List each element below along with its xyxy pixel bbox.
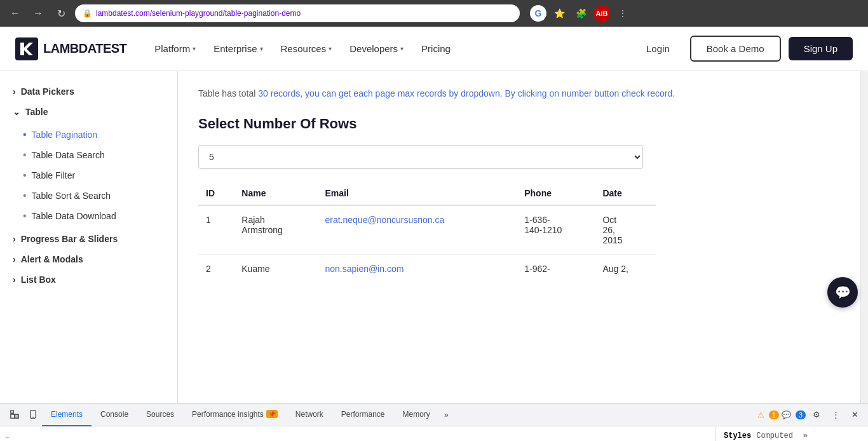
table-row: 1 RajahArmstrong erat.neque@noncursusnon… xyxy=(198,205,656,255)
styles-panel-header: Styles Computed » xyxy=(724,431,860,440)
cell-email: non.sapien@in.com xyxy=(317,255,517,283)
record-count-highlight: 30 records, you can get each page max re… xyxy=(258,88,675,98)
nav-pricing[interactable]: Pricing xyxy=(414,38,458,59)
sidebar-section-alerts[interactable]: › Alert & Modals xyxy=(0,249,177,269)
sidebar: › Data Pickers ⌄ Table Table Pagination … xyxy=(0,71,178,403)
table-row: 2 Kuame non.sapien@in.com 1-962- Aug 2, xyxy=(198,255,656,283)
lock-icon: 🔒 xyxy=(83,9,92,18)
devtools-content: … ▶ <div class= "form-group" > <select c… xyxy=(0,426,868,441)
chevron-right-icon: › xyxy=(13,86,16,97)
cell-date: Oct26,2015 xyxy=(595,205,656,255)
pin-badge: 📌 xyxy=(266,410,278,418)
col-header-date: Date xyxy=(595,182,656,205)
info-count: 3 xyxy=(796,410,806,419)
devtools-tab-icons: ⚠ 1 💬 3 ⚙ ⋮ ✕ xyxy=(757,407,863,423)
devtools-tab-network[interactable]: Network xyxy=(287,404,332,426)
nav-platform[interactable]: Platform ▾ xyxy=(147,38,203,59)
sidebar-section-table[interactable]: ⌄ Table xyxy=(0,102,177,122)
devtools-settings-button[interactable]: ⚙ xyxy=(808,407,825,423)
book-demo-button[interactable]: Book a Demo xyxy=(690,36,781,62)
nav-enterprise[interactable]: Enterprise ▾ xyxy=(206,38,270,59)
nav-resources[interactable]: Resources ▾ xyxy=(273,38,340,59)
devtools-icon-mobile[interactable] xyxy=(24,404,42,426)
col-header-phone: Phone xyxy=(517,182,595,205)
cell-phone: 1-636-140-1210 xyxy=(517,205,595,255)
devtools-more-tabs[interactable]: » xyxy=(439,410,454,419)
main-content: Table has total 30 records, you can get … xyxy=(178,71,860,403)
browser-menu-button[interactable]: ⋮ xyxy=(614,4,632,22)
main-layout: › Data Pickers ⌄ Table Table Pagination … xyxy=(0,71,868,403)
chat-icon: 💬 xyxy=(835,285,851,300)
svg-point-3 xyxy=(32,416,33,417)
main-nav: Platform ▾ Enterprise ▾ Resources ▾ Deve… xyxy=(147,38,613,59)
logo-icon xyxy=(15,37,38,60)
devtools-tab-performance[interactable]: Performance xyxy=(332,404,394,426)
code-dots: … xyxy=(5,431,13,440)
warning-count: 1 xyxy=(769,410,779,419)
logo-text: LAMBDATEST xyxy=(43,41,126,56)
sidebar-section-label: Data Pickers xyxy=(21,86,74,97)
chevron-down-icon: ⌄ xyxy=(13,107,20,117)
section-title: Select Number Of Rows xyxy=(198,116,840,132)
sidebar-section-progress[interactable]: › Progress Bar & Sliders xyxy=(0,229,177,249)
cell-date: Aug 2, xyxy=(595,255,656,283)
cell-id: 1 xyxy=(198,205,234,255)
devtools-tab-sources[interactable]: Sources xyxy=(137,404,183,426)
scrollbar-track[interactable] xyxy=(860,71,868,403)
sidebar-item-table-filter[interactable]: Table Filter xyxy=(0,165,177,186)
devtools-tab-console[interactable]: Console xyxy=(92,404,137,426)
sidebar-item-table-sort-search[interactable]: Table Sort & Search xyxy=(0,186,177,206)
devtools-icon-inspect[interactable] xyxy=(5,404,24,426)
devtools-tab-memory[interactable]: Memory xyxy=(394,404,439,426)
cell-name: Kuame xyxy=(234,255,317,283)
sidebar-section-data-pickers[interactable]: › Data Pickers xyxy=(0,81,177,102)
back-button[interactable]: ← xyxy=(6,4,24,22)
chevron-down-icon: ▾ xyxy=(260,45,263,52)
cell-name: RajahArmstrong xyxy=(234,205,317,255)
styles-more[interactable]: » xyxy=(798,431,813,440)
bookmark-button[interactable]: ⭐ xyxy=(550,4,568,22)
devtools-overflow-button[interactable]: ⋮ xyxy=(827,407,844,423)
logo[interactable]: LAMBDATEST xyxy=(15,37,126,60)
sidebar-item-table-data-download[interactable]: Table Data Download xyxy=(0,206,177,226)
rows-per-page-select[interactable]: 5 10 15 20 25 30 xyxy=(198,145,643,169)
chevron-right-icon: › xyxy=(13,234,16,244)
styles-tab-label[interactable]: Styles xyxy=(724,431,751,440)
col-header-name: Name xyxy=(234,182,317,205)
computed-tab-label[interactable]: Computed xyxy=(756,431,793,440)
devtools-panel: Elements Console Sources Performance ins… xyxy=(0,403,868,441)
chevron-down-icon: ▾ xyxy=(329,45,332,52)
nav-developers[interactable]: Developers ▾ xyxy=(342,38,411,59)
cell-phone: 1-962- xyxy=(517,255,595,283)
forward-button[interactable]: → xyxy=(29,4,47,22)
sidebar-item-table-pagination[interactable]: Table Pagination xyxy=(0,125,177,145)
site-header: LAMBDATEST Platform ▾ Enterprise ▾ Resou… xyxy=(0,27,868,71)
chevron-down-icon: ▾ xyxy=(400,45,403,52)
profile-avatar: AiB xyxy=(593,5,610,22)
login-button[interactable]: Login xyxy=(634,38,682,59)
google-icon: G xyxy=(530,5,546,22)
svg-rect-1 xyxy=(11,410,13,412)
sidebar-section-label: List Box xyxy=(21,275,56,285)
reload-button[interactable]: ↻ xyxy=(52,4,70,22)
address-bar[interactable]: 🔒 lambdatest.com/selenium-playground/tab… xyxy=(75,4,520,22)
col-header-email: Email xyxy=(317,182,517,205)
devtools-elements-panel: … ▶ <div class= "form-group" > <select c… xyxy=(0,426,715,441)
devtools-tab-elements[interactable]: Elements xyxy=(42,404,92,426)
devtools-tab-performance-insights[interactable]: Performance insights 📌 xyxy=(183,404,287,426)
data-table: ID Name Email Phone Date 1 RajahArmstron… xyxy=(198,182,656,283)
sidebar-table-items: Table Pagination Table Data Search Table… xyxy=(0,122,177,229)
signup-button[interactable]: Sign Up xyxy=(789,37,853,60)
sidebar-section-label: Table xyxy=(25,107,48,117)
cell-id: 2 xyxy=(198,255,234,283)
extensions-button[interactable]: 🧩 xyxy=(572,4,590,22)
chat-fab-button[interactable]: 💬 xyxy=(827,277,858,308)
rows-select-wrapper: 5 10 15 20 25 30 xyxy=(198,145,840,169)
chevron-down-icon: ▾ xyxy=(193,45,196,52)
sidebar-section-listbox[interactable]: › List Box xyxy=(0,269,177,290)
code-line: … xyxy=(5,430,710,441)
sidebar-item-table-data-search[interactable]: Table Data Search xyxy=(0,145,177,165)
devtools-close-button[interactable]: ✕ xyxy=(846,407,863,423)
warning-icon: ⚠ xyxy=(757,410,764,419)
sidebar-section-label: Alert & Modals xyxy=(21,254,83,264)
